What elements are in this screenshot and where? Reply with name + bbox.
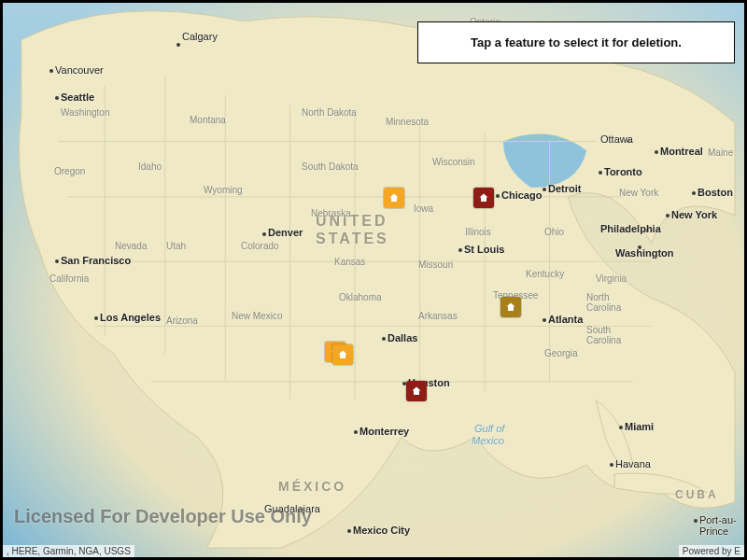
label-state-nc-2: Carolina — [586, 302, 621, 313]
label-city-monterrey: Monterrey — [359, 426, 409, 437]
license-watermark: Licensed For Developer Use Only — [14, 506, 312, 527]
house-icon — [388, 192, 400, 203]
label-city-montreal: Montreal — [660, 146, 703, 157]
city-dot — [382, 337, 386, 341]
label-state-south-dakota: South Dakota — [302, 161, 359, 172]
label-state-idaho: Idaho — [138, 161, 162, 172]
city-dot — [666, 214, 669, 217]
label-state-kansas: Kansas — [334, 257, 365, 267]
label-state-sc-2: Carolina — [586, 335, 621, 345]
house-icon — [478, 192, 489, 203]
label-city-sf: San Francisco — [61, 255, 131, 266]
label-state-nebraska: Nebraska — [311, 208, 351, 218]
city-dot — [262, 232, 266, 236]
city-dot — [300, 508, 303, 511]
city-dot — [619, 426, 623, 429]
feature-marker[interactable] — [500, 297, 521, 317]
city-dot — [627, 139, 630, 143]
label-city-detroit: Detroit — [548, 183, 581, 194]
label-state-arizona: Arizona — [166, 315, 198, 326]
label-state-kentucky: Kentucky — [526, 269, 564, 279]
label-city-la: Los Angeles — [100, 312, 161, 323]
label-state-north-dakota: North Dakota — [302, 107, 357, 118]
city-dot — [638, 245, 641, 249]
label-state-nc-1: North — [586, 292, 609, 302]
feature-marker[interactable] — [406, 381, 427, 401]
map-view[interactable]: UNITED STATES MÉXICO CUBA Gulf of Mexico… — [0, 0, 747, 560]
city-dot — [645, 229, 649, 232]
city-dot — [694, 519, 698, 523]
attribution-right: Powered by E — [679, 545, 744, 557]
label-state-wyoming: Wyoming — [204, 185, 243, 195]
label-state-minnesota: Minnesota — [386, 117, 429, 127]
attribution-left: , HERE, Garmin, NGA, USGS — [3, 545, 134, 557]
label-country-usa-2: STATES — [316, 231, 389, 247]
city-dot — [692, 191, 696, 195]
label-country-usa-1: UNITED — [316, 213, 388, 230]
city-dot — [354, 430, 358, 434]
label-city-vancouver: Vancouver — [55, 64, 104, 76]
label-city-dallas: Dallas — [388, 332, 417, 343]
city-dot — [543, 318, 546, 322]
label-city-ottawa: Ottawa — [600, 133, 633, 145]
feature-marker[interactable] — [473, 188, 494, 208]
label-state-nevada: Nevada — [115, 241, 147, 251]
city-dot — [610, 463, 613, 467]
label-city-chicago: Chicago — [501, 189, 542, 201]
label-state-georgia: Georgia — [544, 348, 578, 358]
label-city-nyc: New York — [671, 209, 717, 220]
house-icon — [505, 301, 516, 313]
label-city-guadalajara: Guadalajara — [264, 503, 320, 514]
label-state-arkansas: Arkansas — [418, 311, 458, 321]
label-city-calgary: Calgary — [182, 31, 218, 42]
city-dot — [176, 43, 180, 47]
label-state-sc-1: South — [586, 325, 611, 335]
label-city-miami: Miami — [625, 421, 654, 432]
label-state-colorado: Colorado — [241, 241, 279, 251]
label-country-cuba: CUBA — [675, 488, 719, 501]
label-state-utah: Utah — [166, 241, 186, 251]
label-state-washington: Washington — [61, 107, 109, 118]
label-city-havana: Havana — [615, 458, 651, 469]
city-dot — [94, 316, 98, 320]
label-city-denver: Denver — [268, 227, 303, 238]
city-dot — [347, 529, 351, 533]
label-state-wisconsin: Wisconsin — [432, 157, 475, 167]
label-water-gulf-2: Mexico — [472, 435, 504, 446]
label-country-mexico: MÉXICO — [278, 479, 346, 494]
label-state-oregon: Oregon — [54, 166, 85, 176]
city-dot — [49, 69, 53, 73]
instruction-text: Tap a feature to select it for deletion. — [471, 35, 682, 49]
label-water-gulf-1: Gulf of — [474, 423, 504, 434]
basemap-land — [3, 3, 744, 557]
city-dot — [543, 188, 546, 191]
label-state-oklahoma: Oklahoma — [339, 292, 382, 302]
label-city-seattle: Seattle — [61, 91, 94, 103]
label-state-california: California — [49, 273, 89, 284]
label-city-atlanta: Atlanta — [548, 314, 583, 325]
instruction-banner: Tap a feature to select it for deletion. — [417, 21, 735, 63]
feature-marker[interactable] — [384, 188, 404, 208]
city-dot — [458, 248, 462, 252]
label-state-illinois: Illinois — [465, 227, 491, 237]
label-city-phila: Philadelphia — [600, 223, 661, 234]
city-dot — [55, 96, 59, 100]
city-dot — [599, 171, 602, 175]
label-city-pap-1: Port-au- — [699, 514, 737, 525]
label-state-new-mexico: New Mexico — [232, 311, 282, 321]
label-state-ohio: Ohio — [544, 227, 564, 237]
label-state-maine: Maine — [708, 147, 733, 158]
label-city-boston: Boston — [698, 187, 733, 198]
label-city-pap-2: Prince — [699, 525, 728, 537]
house-icon — [337, 349, 348, 360]
label-state-virginia: Virginia — [596, 273, 627, 284]
label-state-ny: New York — [619, 188, 658, 198]
city-dot — [496, 194, 500, 198]
label-state-iowa: Iowa — [414, 203, 433, 214]
city-dot — [655, 150, 658, 154]
map-labels: UNITED STATES MÉXICO CUBA Gulf of Mexico… — [3, 3, 744, 557]
label-city-mexico-city: Mexico City — [353, 525, 410, 536]
city-dot — [55, 259, 59, 263]
city-labels: Vancouver Calgary Seattle San Francisco … — [3, 3, 744, 557]
feature-marker[interactable] — [332, 344, 353, 365]
